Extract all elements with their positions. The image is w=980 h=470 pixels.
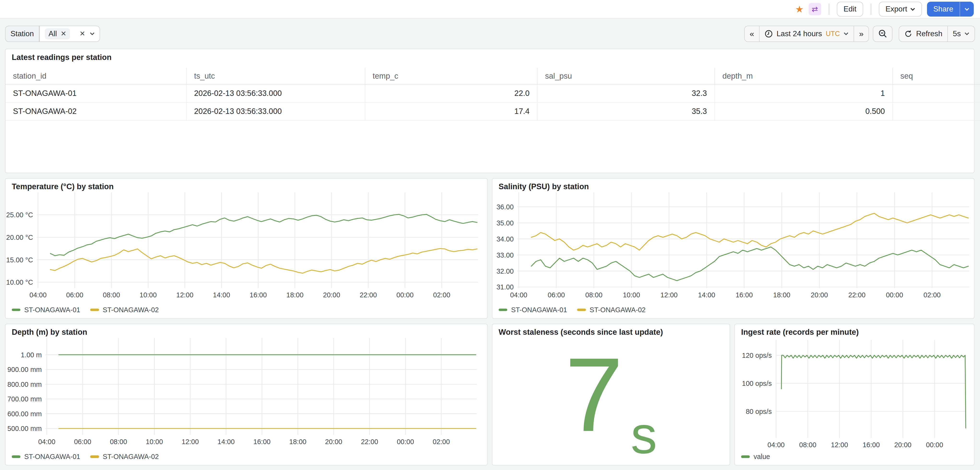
refresh-interval-select[interactable]: 5s	[948, 25, 975, 42]
svg-text:20:00: 20:00	[323, 291, 340, 299]
svg-text:500.00 mm: 500.00 mm	[8, 425, 42, 432]
shared-externally-badge[interactable]: ⇄	[809, 3, 821, 15]
svg-text:36.00: 36.00	[496, 203, 514, 211]
depth-chart[interactable]: 04:0006:0008:0010:0012:0014:0016:0018:00…	[6, 324, 487, 453]
favorite-star-icon[interactable]: ★	[795, 5, 804, 14]
svg-text:33.00: 33.00	[496, 251, 514, 259]
table-cell: ST-ONAGAWA-01	[6, 84, 186, 102]
readings-table-body: ST-ONAGAWA-012026-02-13 03:56:33.00022.0…	[6, 84, 980, 121]
time-shift-forward-button[interactable]: »	[854, 25, 869, 42]
svg-text:02:00: 02:00	[433, 291, 450, 299]
legend-item-ST-ONAGAWA-01[interactable]: ST-ONAGAWA-01	[12, 453, 80, 460]
panel-title: Depth (m) by station	[12, 328, 87, 337]
readings-table: station_idts_utctemp_csal_psudepth_mseq …	[6, 68, 980, 121]
salinity-legend: ST-ONAGAWA-01ST-ONAGAWA-02	[499, 306, 646, 314]
stat-value: 7	[565, 342, 621, 447]
panel-latest-readings: Latest readings per station station_idts…	[5, 49, 974, 173]
svg-text:08:00: 08:00	[103, 291, 120, 299]
svg-text:18:00: 18:00	[773, 291, 790, 299]
legend-item-ST-ONAGAWA-01[interactable]: ST-ONAGAWA-01	[499, 306, 567, 314]
swap-arrows-icon: ⇄	[812, 5, 818, 14]
column-header-ts_utc[interactable]: ts_utc	[186, 68, 365, 84]
refresh-button[interactable]: Refresh	[899, 25, 948, 42]
table-cell: 17.4	[365, 102, 538, 121]
panel-depth: Depth (m) by station 04:0006:0008:0010:0…	[5, 324, 488, 466]
svg-text:08:00: 08:00	[110, 438, 127, 446]
dashboard-controls: Station All ✕ ✕ « Last 24 hours UTC »	[0, 24, 980, 44]
svg-text:16:00: 16:00	[862, 441, 880, 449]
salinity-chart[interactable]: 04:0006:0008:0010:0012:0014:0016:0018:00…	[492, 179, 974, 303]
svg-text:08:00: 08:00	[799, 441, 816, 449]
top-bar: ★ ⇄ Edit Export Share	[0, 0, 980, 19]
column-header-seq[interactable]: seq	[893, 68, 980, 84]
svg-text:22:00: 22:00	[848, 291, 865, 299]
filter-chip-all[interactable]: All ✕	[45, 28, 70, 39]
share-menu-caret[interactable]	[959, 2, 974, 17]
svg-text:600.00 mm: 600.00 mm	[8, 410, 42, 418]
svg-text:18:00: 18:00	[286, 291, 304, 299]
svg-text:20:00: 20:00	[811, 291, 828, 299]
svg-text:22:00: 22:00	[360, 291, 377, 299]
svg-text:120 ops/s: 120 ops/s	[742, 351, 772, 359]
legend-item-ST-ONAGAWA-02[interactable]: ST-ONAGAWA-02	[577, 306, 646, 314]
svg-text:20:00: 20:00	[894, 441, 912, 449]
divider	[871, 3, 871, 15]
svg-text:04:00: 04:00	[30, 291, 47, 299]
station-filter: Station All ✕ ✕	[5, 25, 100, 42]
panel-title: Worst staleness (seconds since last upda…	[499, 328, 663, 337]
readings-table-header: station_idts_utctemp_csal_psudepth_mseq	[6, 68, 980, 84]
svg-text:14:00: 14:00	[218, 438, 235, 446]
table-cell: 1	[715, 84, 893, 102]
svg-text:04:00: 04:00	[510, 291, 527, 299]
table-cell: 2026-02-13 03:56:33.000	[186, 102, 365, 121]
clock-icon	[765, 30, 773, 38]
ingest-rate-legend: value	[741, 453, 770, 460]
column-header-station_id[interactable]: station_id	[6, 68, 186, 84]
column-header-temp_c[interactable]: temp_c	[365, 68, 538, 84]
zoom-out-button[interactable]	[873, 25, 892, 42]
svg-text:12:00: 12:00	[181, 438, 199, 446]
column-header-depth_m[interactable]: depth_m	[715, 68, 893, 84]
share-split-button: Share	[927, 2, 974, 17]
temperature-chart[interactable]: 04:0006:0008:0010:0012:0014:0016:0018:00…	[6, 179, 487, 303]
legend-label: ST-ONAGAWA-02	[103, 453, 159, 460]
station-filter-value[interactable]: All ✕ ✕	[39, 25, 100, 42]
panel-salinity: Salinity (PSU) by station 04:0006:0008:0…	[492, 178, 974, 319]
time-shift-back-button[interactable]: «	[744, 25, 760, 42]
svg-text:10.00 °C: 10.00 °C	[6, 278, 33, 286]
svg-text:20.00 °C: 20.00 °C	[6, 233, 33, 241]
svg-text:00:00: 00:00	[397, 438, 414, 446]
depth-legend: ST-ONAGAWA-01ST-ONAGAWA-02	[12, 453, 159, 460]
legend-swatch	[90, 456, 99, 458]
legend-swatch	[12, 309, 21, 311]
divider	[829, 3, 829, 15]
table-row: ST-ONAGAWA-012026-02-13 03:56:33.00022.0…	[6, 84, 980, 102]
legend-item-value[interactable]: value	[741, 453, 770, 460]
svg-text:80 ops/s: 80 ops/s	[746, 407, 772, 415]
svg-text:32.00: 32.00	[496, 267, 514, 275]
share-button[interactable]: Share	[927, 2, 959, 17]
svg-text:22:00: 22:00	[361, 438, 378, 446]
remove-value-icon[interactable]: ✕	[61, 30, 67, 37]
table-cell: ST-ONAGAWA-02	[6, 102, 186, 121]
legend-item-ST-ONAGAWA-02[interactable]: ST-ONAGAWA-02	[90, 453, 159, 460]
svg-text:08:00: 08:00	[585, 291, 603, 299]
legend-label: ST-ONAGAWA-01	[24, 306, 80, 314]
table-row: ST-ONAGAWA-022026-02-13 03:56:33.00017.4…	[6, 102, 980, 121]
svg-text:34.00: 34.00	[496, 235, 514, 243]
legend-item-ST-ONAGAWA-01[interactable]: ST-ONAGAWA-01	[12, 306, 80, 314]
time-range-picker[interactable]: Last 24 hours UTC	[760, 25, 854, 42]
time-controls: « Last 24 hours UTC » Refresh 5s	[744, 25, 975, 42]
chevron-down-icon[interactable]	[90, 31, 95, 36]
svg-text:00:00: 00:00	[886, 291, 903, 299]
svg-text:14:00: 14:00	[698, 291, 715, 299]
clear-filter-icon[interactable]: ✕	[80, 30, 85, 37]
station-filter-label: Station	[5, 25, 39, 42]
export-button[interactable]: Export	[879, 2, 922, 17]
legend-item-ST-ONAGAWA-02[interactable]: ST-ONAGAWA-02	[90, 306, 159, 314]
column-header-sal_psu[interactable]: sal_psu	[537, 68, 714, 84]
ingest-rate-chart[interactable]: 04:0008:0012:0016:0020:0000:00120 ops/s1…	[735, 324, 974, 457]
edit-button[interactable]: Edit	[837, 2, 863, 17]
table-cell: 83244	[893, 84, 980, 102]
svg-text:02:00: 02:00	[433, 438, 450, 446]
